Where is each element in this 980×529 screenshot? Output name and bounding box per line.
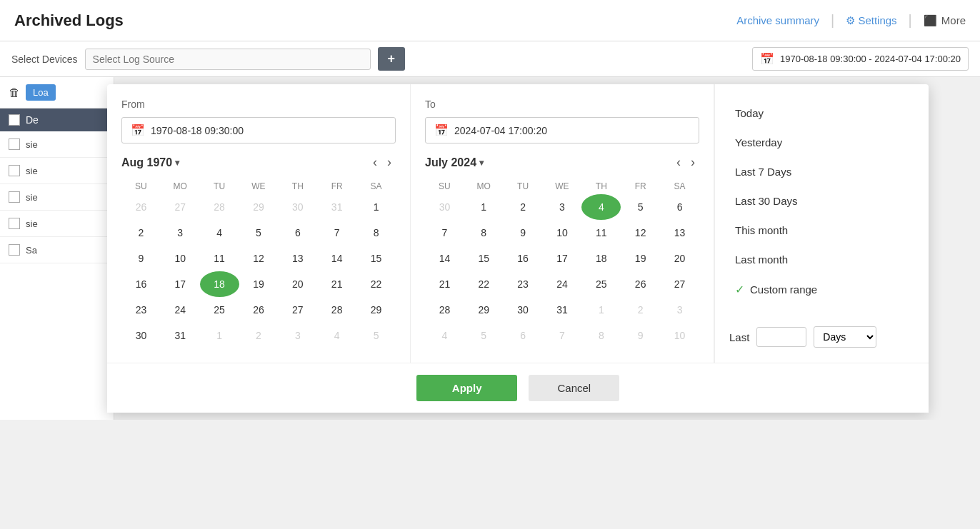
calendar-day[interactable]: 31 bbox=[543, 297, 582, 323]
preset-yesterday[interactable]: Yesterday bbox=[729, 128, 914, 157]
archive-summary-link[interactable]: Archive summary bbox=[736, 14, 819, 26]
add-source-button[interactable]: + bbox=[378, 47, 406, 71]
calendar-day[interactable]: 26 bbox=[621, 271, 660, 297]
calendar-day[interactable]: 11 bbox=[200, 246, 239, 271]
calendar-day[interactable]: 15 bbox=[464, 246, 504, 271]
calendar-day[interactable]: 22 bbox=[464, 271, 504, 297]
calendar-day[interactable]: 16 bbox=[121, 271, 161, 297]
calendar-day[interactable]: 3 bbox=[278, 323, 317, 348]
calendar-day[interactable]: 7 bbox=[425, 220, 464, 246]
log-source-input[interactable] bbox=[85, 49, 371, 70]
calendar-day[interactable]: 8 bbox=[356, 220, 396, 246]
calendar-day[interactable]: 30 bbox=[121, 323, 161, 348]
calendar-day[interactable]: 1 bbox=[356, 194, 396, 220]
header-checkbox[interactable] bbox=[9, 114, 20, 126]
calendar-day[interactable]: 15 bbox=[356, 246, 396, 271]
calendar-day[interactable]: 13 bbox=[660, 220, 699, 246]
list-item[interactable]: sie bbox=[0, 158, 114, 184]
calendar-day[interactable]: 9 bbox=[504, 220, 543, 246]
calendar-day[interactable]: 19 bbox=[239, 271, 279, 297]
last-value-input[interactable] bbox=[756, 327, 806, 347]
preset-last7days[interactable]: Last 7 Days bbox=[729, 157, 914, 186]
to-date-display[interactable]: 📅 2024-07-04 17:00:20 bbox=[425, 117, 699, 143]
calendar-day[interactable]: 30 bbox=[504, 297, 543, 323]
from-next-month-button[interactable]: › bbox=[383, 155, 396, 170]
calendar-day[interactable]: 11 bbox=[581, 220, 621, 246]
calendar-day[interactable]: 21 bbox=[425, 271, 464, 297]
calendar-day[interactable]: 5 bbox=[621, 194, 660, 220]
calendar-day[interactable]: 8 bbox=[464, 220, 504, 246]
calendar-day[interactable]: 24 bbox=[543, 271, 582, 297]
preset-last-month[interactable]: Last month bbox=[729, 245, 914, 274]
preset-last30days[interactable]: Last 30 Days bbox=[729, 186, 914, 216]
calendar-day[interactable]: 17 bbox=[543, 246, 582, 271]
calendar-day[interactable]: 26 bbox=[121, 194, 161, 220]
calendar-day[interactable]: 28 bbox=[317, 297, 356, 323]
calendar-day[interactable]: 12 bbox=[621, 220, 660, 246]
calendar-day[interactable]: 21 bbox=[317, 271, 356, 297]
calendar-day[interactable]: 4 bbox=[200, 220, 239, 246]
calendar-day[interactable]: 30 bbox=[425, 194, 464, 220]
cancel-button[interactable]: Cancel bbox=[529, 375, 619, 401]
from-date-display[interactable]: 📅 1970-08-18 09:30:00 bbox=[121, 117, 396, 143]
calendar-day[interactable]: 10 bbox=[543, 220, 582, 246]
calendar-day[interactable]: 27 bbox=[278, 297, 317, 323]
calendar-day[interactable]: 31 bbox=[161, 323, 200, 348]
calendar-day[interactable]: 8 bbox=[581, 323, 621, 348]
calendar-day[interactable]: 25 bbox=[581, 271, 621, 297]
calendar-day[interactable]: 7 bbox=[543, 323, 582, 348]
row-checkbox[interactable] bbox=[9, 218, 20, 229]
calendar-day[interactable]: 14 bbox=[425, 246, 464, 271]
calendar-day[interactable]: 24 bbox=[161, 297, 200, 323]
row-checkbox[interactable] bbox=[9, 165, 20, 176]
calendar-day[interactable]: 4 bbox=[425, 323, 464, 348]
calendar-day[interactable]: 9 bbox=[621, 323, 660, 348]
row-checkbox[interactable] bbox=[9, 138, 20, 150]
calendar-day[interactable]: 5 bbox=[464, 323, 504, 348]
calendar-day[interactable]: 25 bbox=[200, 297, 239, 323]
preset-today[interactable]: Today bbox=[729, 99, 914, 128]
last-unit-select[interactable]: Days Hours Minutes bbox=[814, 326, 876, 348]
calendar-day[interactable]: 2 bbox=[504, 194, 543, 220]
row-checkbox[interactable] bbox=[9, 244, 20, 256]
settings-link[interactable]: ⚙ Settings bbox=[846, 14, 896, 27]
calendar-day[interactable]: 1 bbox=[581, 297, 621, 323]
from-prev-month-button[interactable]: ‹ bbox=[369, 155, 381, 170]
calendar-day[interactable]: 31 bbox=[317, 194, 356, 220]
calendar-day[interactable]: 22 bbox=[356, 271, 396, 297]
calendar-day[interactable]: 6 bbox=[504, 323, 543, 348]
calendar-day[interactable]: 1 bbox=[464, 194, 504, 220]
from-month-dropdown-icon[interactable]: ▾ bbox=[175, 158, 179, 168]
calendar-day[interactable]: 17 bbox=[161, 271, 200, 297]
more-button[interactable]: ⬛ More bbox=[924, 14, 966, 27]
calendar-day[interactable]: 19 bbox=[621, 246, 660, 271]
calendar-day[interactable]: 5 bbox=[239, 220, 279, 246]
list-item[interactable]: sie bbox=[0, 211, 114, 237]
calendar-day[interactable]: 16 bbox=[504, 246, 543, 271]
calendar-day[interactable]: 2 bbox=[621, 297, 660, 323]
calendar-day[interactable]: 26 bbox=[239, 297, 279, 323]
row-checkbox[interactable] bbox=[9, 191, 20, 203]
calendar-day[interactable]: 3 bbox=[660, 297, 699, 323]
load-button[interactable]: Loa bbox=[26, 84, 56, 101]
calendar-day[interactable]: 28 bbox=[425, 297, 464, 323]
calendar-day[interactable]: 3 bbox=[543, 194, 582, 220]
calendar-day[interactable]: 3 bbox=[161, 220, 200, 246]
calendar-day[interactable]: 4 bbox=[581, 194, 621, 220]
calendar-day[interactable]: 6 bbox=[660, 194, 699, 220]
calendar-day[interactable]: 30 bbox=[278, 194, 317, 220]
calendar-day[interactable]: 1 bbox=[200, 323, 239, 348]
preset-custom-range[interactable]: ✓ Custom range bbox=[729, 274, 914, 305]
calendar-day[interactable]: 23 bbox=[121, 297, 161, 323]
to-month-dropdown-icon[interactable]: ▾ bbox=[479, 158, 484, 168]
calendar-day[interactable]: 12 bbox=[239, 246, 279, 271]
calendar-day[interactable]: 14 bbox=[317, 246, 356, 271]
calendar-day[interactable]: 27 bbox=[161, 194, 200, 220]
calendar-day[interactable]: 29 bbox=[356, 297, 396, 323]
calendar-day[interactable]: 4 bbox=[317, 323, 356, 348]
apply-button[interactable]: Apply bbox=[416, 375, 518, 401]
list-item[interactable]: sie bbox=[0, 184, 114, 211]
calendar-day[interactable]: 5 bbox=[356, 323, 396, 348]
calendar-day[interactable]: 23 bbox=[504, 271, 543, 297]
calendar-day[interactable]: 13 bbox=[278, 246, 317, 271]
